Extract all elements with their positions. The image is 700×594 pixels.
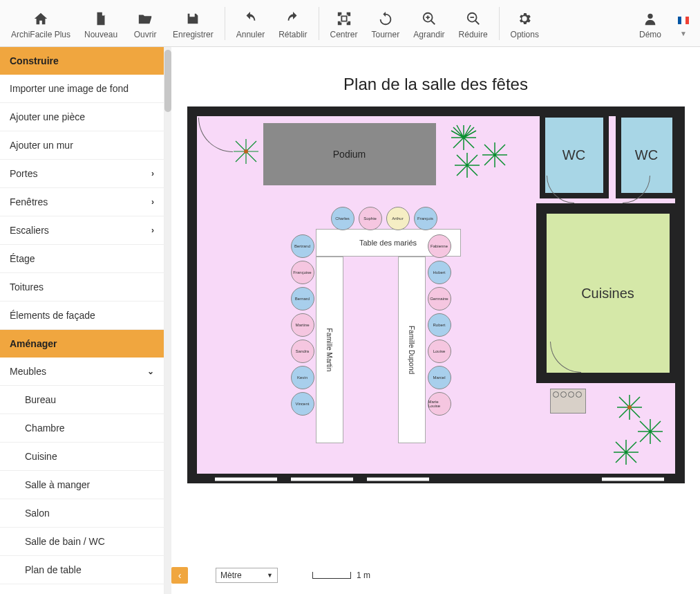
plant-icon: [450, 124, 477, 151]
separator: [319, 7, 319, 40]
seat[interactable]: Marie Louise: [428, 392, 451, 416]
scrollbar[interactable]: [164, 47, 171, 594]
unit-value: Mètre: [220, 570, 242, 580]
redo-label: Rétablir: [278, 30, 307, 39]
sidebar-item-windows[interactable]: Fenêtres›: [0, 188, 164, 216]
chevron-down-icon: ⌄: [147, 366, 154, 376]
appliance[interactable]: [550, 389, 586, 414]
bottom-bar: ‹ Mètre▼ 1 m: [171, 565, 700, 586]
sidebar-item-floor[interactable]: Étage: [0, 245, 164, 273]
zoom-out-icon: [466, 9, 481, 28]
zoom-out-button[interactable]: Réduire: [452, 5, 495, 42]
sidebar-item-add-room[interactable]: Ajouter une pièce: [0, 103, 164, 131]
rotate-button[interactable]: Tourner: [365, 5, 407, 42]
folder-open-icon: [138, 9, 153, 28]
collapse-sidebar-button[interactable]: ‹: [171, 567, 188, 584]
scale-indicator: 1 m: [312, 570, 370, 580]
sidebar-item-label: Ajouter un mur: [10, 140, 73, 151]
table-label: Famille Martin: [325, 328, 333, 372]
sidebar-item-stairs[interactable]: Escaliers›: [0, 216, 164, 245]
sidebar-item-label: Importer une image de fond: [10, 83, 129, 94]
seat[interactable]: Fabienne: [428, 234, 451, 258]
podium-label: Podium: [333, 149, 366, 160]
sidebar-header-build: Construire: [0, 47, 164, 75]
seating-arrangement: Table des mariés Famille Martin Famille …: [277, 207, 540, 456]
sidebar-sub-seating[interactable]: Plan de table: [0, 556, 164, 584]
open-button[interactable]: Ouvrir: [124, 5, 166, 42]
demo-button[interactable]: Démo: [630, 5, 671, 42]
seat[interactable]: Martine: [291, 313, 314, 337]
scrollbar-thumb[interactable]: [164, 50, 171, 112]
user-icon: [643, 9, 658, 28]
seat[interactable]: Marcel: [428, 366, 451, 389]
chevron-right-icon: ›: [151, 197, 154, 207]
sidebar-item-label: Toitures: [10, 281, 44, 293]
home-button[interactable]: ArchiFacile Plus: [4, 5, 77, 42]
sidebar-sub-kitchen[interactable]: Cuisine: [0, 443, 164, 471]
home-label: ArchiFacile Plus: [11, 30, 70, 39]
table-right[interactable]: Famille Dupond: [398, 257, 426, 443]
home-icon: [33, 9, 48, 28]
sidebar-sub-bathroom[interactable]: Salle de bain / WC: [0, 528, 164, 556]
seat[interactable]: Arthur: [386, 207, 410, 230]
sidebar-item-add-wall[interactable]: Ajouter un mur: [0, 131, 164, 160]
sidebar-sub-office[interactable]: Bureau: [0, 386, 164, 414]
chevron-right-icon: ›: [151, 225, 154, 235]
center-button[interactable]: Centrer: [323, 5, 365, 42]
sidebar-item-label: Élements de façade: [10, 310, 95, 321]
seat[interactable]: Germaine: [428, 287, 451, 310]
language-button[interactable]: ▼: [671, 6, 696, 40]
seat[interactable]: Charles: [331, 207, 354, 230]
plan-title: Plan de la salle des fêtes: [171, 47, 700, 106]
file-icon: [93, 9, 108, 28]
floorplan[interactable]: Podium WC WC Cuisines: [187, 106, 685, 483]
options-button[interactable]: Options: [504, 5, 546, 42]
seat[interactable]: Sophie: [359, 207, 382, 230]
sidebar-item-import-bg[interactable]: Importer une image de fond: [0, 75, 164, 103]
rotate-icon: [378, 9, 393, 28]
sidebar-header-arrange: Aménager: [0, 330, 164, 358]
plant-icon: [453, 151, 481, 179]
sidebar-sub-living[interactable]: Salon: [0, 499, 164, 528]
sidebar-item-doors[interactable]: Portes›: [0, 160, 164, 188]
sidebar-item-furniture[interactable]: Meubles⌄: [0, 358, 164, 386]
chevron-right-icon: ›: [151, 169, 154, 178]
seat[interactable]: Robert: [428, 313, 451, 337]
seat[interactable]: Sandra: [291, 340, 314, 363]
chevron-down-icon: ▼: [680, 30, 687, 37]
new-label: Nouveau: [84, 30, 117, 39]
svg-point-3: [244, 149, 248, 154]
sidebar: Construire Importer une image de fond Aj…: [0, 47, 171, 594]
sidebar-item-facade[interactable]: Élements de façade: [0, 301, 164, 330]
unit-select[interactable]: Mètre▼: [216, 568, 278, 583]
seat[interactable]: Bertrand: [291, 234, 314, 258]
options-label: Options: [511, 30, 539, 39]
podium[interactable]: Podium: [263, 123, 436, 185]
seat[interactable]: Louise: [428, 340, 451, 363]
room-label-wc: WC: [635, 147, 658, 163]
seat[interactable]: Vincent: [291, 392, 314, 416]
rotate-label: Tourner: [372, 30, 400, 39]
seat[interactable]: Françoise: [291, 261, 314, 284]
table-left[interactable]: Famille Martin: [316, 257, 343, 443]
plant-icon: [616, 393, 643, 421]
seat[interactable]: Kevin: [291, 366, 314, 389]
canvas[interactable]: Plan de la salle des fêtes Podium WC WC: [171, 47, 700, 594]
sidebar-item-roofs[interactable]: Toitures: [0, 273, 164, 301]
sidebar-sub-dining[interactable]: Salle à manger: [0, 471, 164, 499]
svg-point-4: [627, 405, 632, 409]
sidebar-item-label: Fenêtres: [10, 196, 48, 207]
zoom-in-button[interactable]: Agrandir: [406, 5, 451, 42]
demo-label: Démo: [639, 30, 661, 39]
seat[interactable]: Bernard: [291, 287, 314, 310]
scale-label: 1 m: [357, 570, 370, 580]
undo-button[interactable]: Annuler: [229, 5, 272, 42]
sidebar-sub-bedroom[interactable]: Chambre: [0, 414, 164, 443]
new-button[interactable]: Nouveau: [77, 5, 124, 42]
chevron-left-icon: ‹: [178, 570, 182, 581]
redo-button[interactable]: Rétablir: [272, 5, 314, 42]
seat[interactable]: Hubert: [428, 261, 451, 284]
seat[interactable]: François: [414, 207, 437, 230]
save-button[interactable]: Enregistrer: [166, 5, 220, 42]
room-label-wc: WC: [562, 147, 585, 163]
